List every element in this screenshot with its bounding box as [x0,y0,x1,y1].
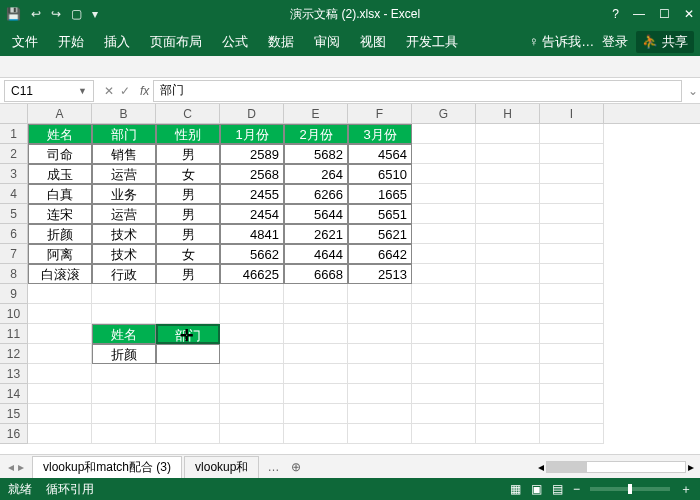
cell[interactable] [284,364,348,384]
cell[interactable] [540,204,604,224]
table-cell[interactable]: 司命 [28,144,92,164]
table-cell[interactable]: 2621 [284,224,348,244]
sheet-tab-active[interactable]: vlookup和match配合 (3) [32,456,182,478]
cell[interactable] [540,244,604,264]
login-button[interactable]: 登录 [602,33,628,51]
cell[interactable] [412,264,476,284]
cell[interactable] [476,324,540,344]
close-button[interactable]: ✕ [684,7,694,21]
table-cell[interactable]: 男 [156,184,220,204]
table-cell[interactable]: 5644 [284,204,348,224]
cell[interactable] [28,284,92,304]
zoom-slider[interactable] [590,487,670,491]
formula-expand-icon[interactable]: ⌄ [688,84,700,98]
table-cell[interactable]: 男 [156,204,220,224]
cell[interactable] [476,244,540,264]
share-button[interactable]: ⛹ 共享 [636,31,694,53]
tab-formulas[interactable]: 公式 [212,28,258,56]
row-head-15[interactable]: 15 [0,404,27,424]
cell[interactable] [92,424,156,444]
cell[interactable] [540,384,604,404]
cell[interactable] [540,304,604,324]
cell[interactable] [476,424,540,444]
row-head-1[interactable]: 1 [0,124,27,144]
row-head-9[interactable]: 9 [0,284,27,304]
cell[interactable] [348,284,412,304]
col-head-H[interactable]: H [476,104,540,123]
table-cell[interactable]: 2455 [220,184,284,204]
undo-icon[interactable]: ↩ [31,7,41,21]
cell[interactable] [284,284,348,304]
cell[interactable] [540,284,604,304]
cell[interactable] [28,324,92,344]
cell[interactable] [540,164,604,184]
cell[interactable] [540,364,604,384]
cell[interactable] [476,304,540,324]
tab-review[interactable]: 审阅 [304,28,350,56]
cell[interactable] [412,424,476,444]
table-cell[interactable]: 男 [156,224,220,244]
col-head-G[interactable]: G [412,104,476,123]
row-head-4[interactable]: 4 [0,184,27,204]
cell[interactable] [476,344,540,364]
cell[interactable] [540,324,604,344]
cell[interactable] [92,304,156,324]
cell[interactable] [412,284,476,304]
tab-developer[interactable]: 开发工具 [396,28,468,56]
select-all-corner[interactable] [0,104,28,124]
cell[interactable] [412,364,476,384]
cell[interactable] [476,224,540,244]
view-page-break-icon[interactable]: ▤ [552,482,563,496]
row-head-5[interactable]: 5 [0,204,27,224]
table-cell[interactable]: 折颜 [28,224,92,244]
maximize-button[interactable]: ☐ [659,7,670,21]
cell[interactable] [92,384,156,404]
cell[interactable] [156,404,220,424]
cell[interactable] [412,304,476,324]
cell[interactable] [92,284,156,304]
table-header[interactable]: 3月份 [348,124,412,144]
table-cell[interactable]: 5621 [348,224,412,244]
row-head-16[interactable]: 16 [0,424,27,444]
hscroll-track[interactable] [546,461,686,473]
table-cell[interactable]: 成玉 [28,164,92,184]
table-cell[interactable]: 行政 [92,264,156,284]
cell[interactable] [220,304,284,324]
table-cell[interactable]: 2568 [220,164,284,184]
table-cell[interactable]: 运营 [92,204,156,224]
cell[interactable] [540,224,604,244]
cell[interactable] [412,144,476,164]
cell[interactable] [284,384,348,404]
cell[interactable] [476,404,540,424]
cancel-formula-icon[interactable]: ✕ [104,84,114,98]
cell[interactable] [476,204,540,224]
sheet-tabs-overflow[interactable]: … [261,460,285,474]
row-head-12[interactable]: 12 [0,344,27,364]
table-cell[interactable]: 2589 [220,144,284,164]
cell[interactable] [348,404,412,424]
minimize-button[interactable]: — [633,7,645,21]
tab-view[interactable]: 视图 [350,28,396,56]
cell[interactable] [540,184,604,204]
cell[interactable] [28,424,92,444]
row-head-3[interactable]: 3 [0,164,27,184]
cell[interactable] [284,304,348,324]
table-cell[interactable]: 技术 [92,224,156,244]
save-icon[interactable]: 💾 [6,7,21,21]
table-cell[interactable]: 4841 [220,224,284,244]
cell[interactable] [28,344,92,364]
table-cell[interactable]: 6642 [348,244,412,264]
row-head-2[interactable]: 2 [0,144,27,164]
cell[interactable] [348,304,412,324]
cell[interactable] [412,184,476,204]
table-cell[interactable]: 5682 [284,144,348,164]
cell[interactable] [412,344,476,364]
selected-cell[interactable]: 部门 [156,324,220,344]
cell[interactable] [28,364,92,384]
tab-data[interactable]: 数据 [258,28,304,56]
col-head-I[interactable]: I [540,104,604,123]
cell[interactable] [220,344,284,364]
tab-file[interactable]: 文件 [2,28,48,56]
table-header[interactable]: 1月份 [220,124,284,144]
cell[interactable] [348,384,412,404]
